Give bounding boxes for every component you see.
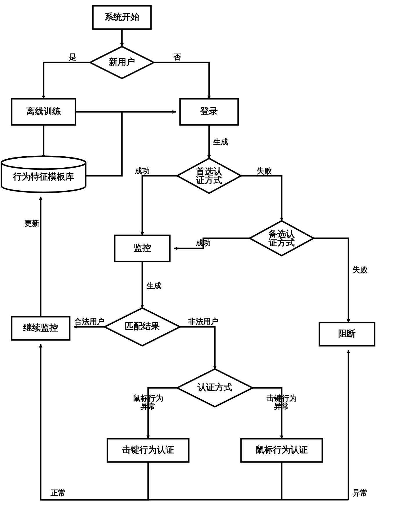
node-matchresult-label: 匹配结果 xyxy=(125,321,160,331)
node-offlinetrain-label: 离线训练 xyxy=(26,106,61,116)
edge-bottom-normal xyxy=(41,344,148,500)
node-monitor-label: 监控 xyxy=(134,243,151,252)
label-success-1: 成功 xyxy=(134,166,150,175)
node-altauth-label2: 证方式 xyxy=(268,238,295,247)
node-continuemonitor-label: 继续监控 xyxy=(23,323,58,332)
label-update: 更新 xyxy=(24,219,39,228)
node-start-label: 系统开始 xyxy=(104,12,139,22)
node-authmode-label: 认证方式 xyxy=(197,382,232,392)
label-success-2: 成功 xyxy=(195,239,211,247)
label-abnormal: 异常 xyxy=(352,488,368,497)
label-mouseabn1: 鼠标行为 xyxy=(133,394,163,402)
label-generate-1: 生成 xyxy=(213,137,228,146)
label-illegal: 非法用户 xyxy=(188,317,218,326)
label-normal: 正常 xyxy=(50,488,66,497)
node-prefauth-label2: 证方式 xyxy=(196,175,222,185)
edge-train-down-lib xyxy=(86,112,122,176)
label-legal: 合法用户 xyxy=(74,317,105,326)
flowchart-diagram: 系统开始 新用户 是 否 离线训练 登录 行为特征模板库 生成 首选认 证方式 … xyxy=(0,0,401,532)
edge-pref-success xyxy=(142,176,177,235)
label-keyabn2: 异常 xyxy=(274,402,289,411)
label-no: 否 xyxy=(173,53,181,61)
node-login-label: 登录 xyxy=(200,106,218,116)
label-yes: 是 xyxy=(69,53,76,61)
edge-newuser-no xyxy=(154,62,209,99)
label-fail-1: 失败 xyxy=(257,166,272,175)
node-altauth-label1: 备选认 xyxy=(268,229,295,239)
edge-alt-success xyxy=(174,238,250,248)
node-block-label: 阻断 xyxy=(338,329,356,338)
edge-alt-fail xyxy=(314,238,348,323)
label-generate-2: 生成 xyxy=(146,281,161,290)
label-keyabn1: 击键行为 xyxy=(266,394,297,402)
node-newuser-label: 新用户 xyxy=(109,57,135,67)
edge-match-illegal xyxy=(180,327,215,369)
node-keystrokeauth-label: 击键行为认证 xyxy=(122,445,174,454)
node-templatelib-label: 行为特征模板库 xyxy=(13,172,74,181)
node-prefauth-label1: 首选认 xyxy=(196,166,222,176)
label-mouseabn2: 异常 xyxy=(140,402,156,411)
edge-newuser-yes xyxy=(44,62,90,99)
edge-pref-fail xyxy=(241,176,282,221)
label-fail-2: 失败 xyxy=(353,265,368,274)
node-mouseauth-label: 鼠标行为认证 xyxy=(256,445,308,454)
